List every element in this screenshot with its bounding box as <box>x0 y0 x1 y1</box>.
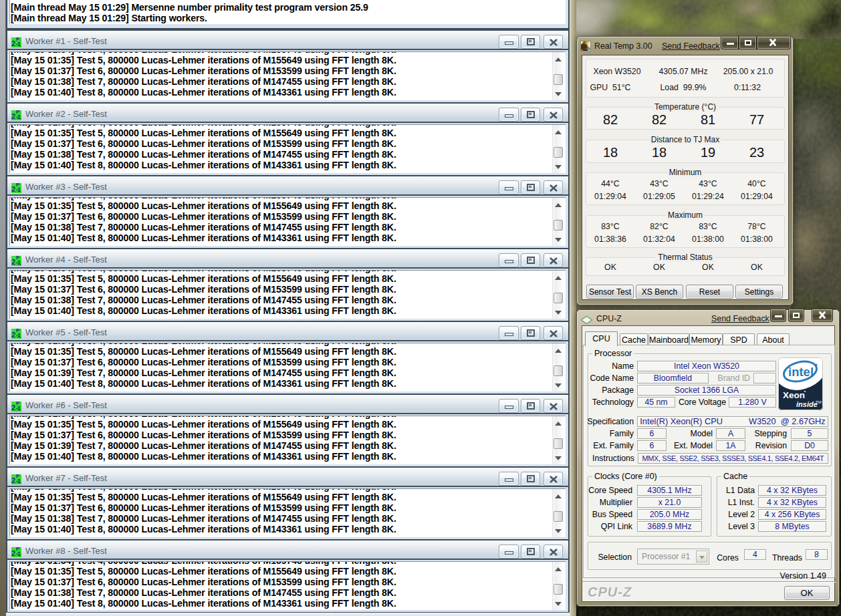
svg-text:intel: intel <box>788 365 814 379</box>
svg-text:Xeon: Xeon <box>783 390 805 400</box>
svg-text:TM: TM <box>816 400 822 404</box>
svg-text:inside: inside <box>796 400 818 408</box>
